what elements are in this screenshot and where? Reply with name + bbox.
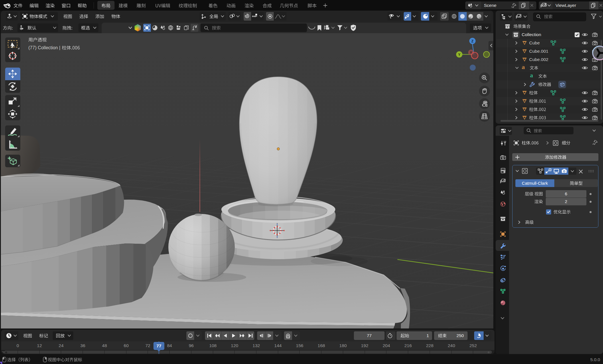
svg-text:Y: Y [458, 53, 460, 57]
svg-text:Z: Z [471, 39, 473, 43]
